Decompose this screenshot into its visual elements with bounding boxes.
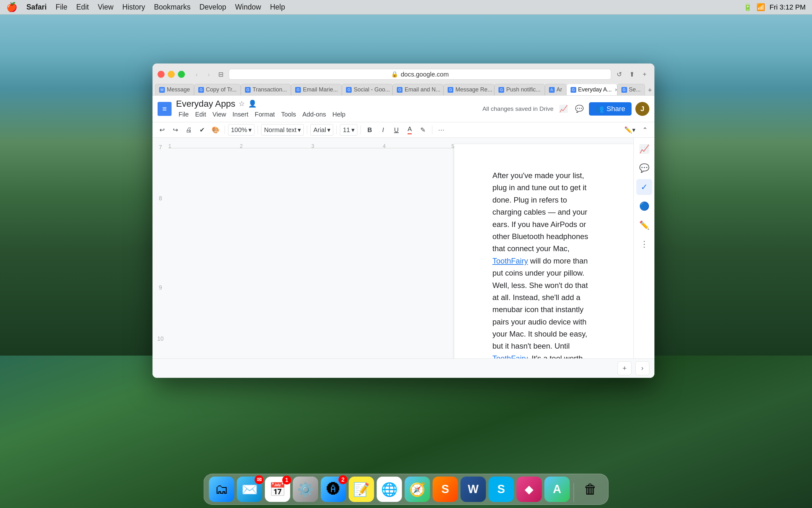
toolbar-redo-button[interactable]: ↪ — [170, 124, 181, 136]
toolbar-fontsize-dropdown[interactable]: 11 ▾ — [340, 124, 357, 136]
tab-favicon-email-marie: G — [295, 87, 301, 93]
toolbar-print-button[interactable]: 🖨 — [183, 124, 194, 136]
user-avatar[interactable]: J — [635, 102, 649, 116]
dock-stickies[interactable]: 📝 — [349, 476, 374, 502]
browser-share-button[interactable]: ⬆ — [627, 70, 637, 79]
menubar-help[interactable]: Help — [270, 3, 285, 11]
toolbar-underline-button[interactable]: U — [391, 124, 402, 136]
menubar-develop[interactable]: Develop — [200, 3, 226, 11]
docs-menu-help[interactable]: Help — [330, 110, 348, 119]
browser-reload-button[interactable]: ↺ — [614, 70, 624, 79]
browser-tab-everyday[interactable]: G Everyday A... ✕ — [566, 84, 617, 95]
toolbar-text-color-button[interactable]: A — [404, 124, 415, 136]
ruler-mark-1: 1 — [168, 143, 171, 149]
menubar-window[interactable]: Window — [235, 3, 261, 11]
sidebar-check-button[interactable]: ✓ — [636, 179, 652, 195]
dock-calendar[interactable]: 📅 — [265, 476, 290, 502]
toolbar-bold-button[interactable]: B — [364, 124, 375, 136]
toolbar-edit-mode-button[interactable]: ✏️▾ — [622, 124, 637, 136]
dock-trash[interactable]: 🗑 — [578, 476, 603, 502]
docs-document-title[interactable]: Everyday Apps — [176, 99, 235, 109]
docs-menu-insert[interactable]: Insert — [230, 110, 251, 119]
app-store-icon: 🅐 — [327, 482, 340, 497]
browser-tab-email-n[interactable]: G Email and N... — [393, 84, 444, 95]
archiver-icon: A — [553, 482, 561, 496]
dock-finder[interactable]: 🗂 — [209, 476, 235, 502]
docs-activity-button[interactable]: 📈 — [557, 103, 569, 115]
toolbar-font-dropdown[interactable]: Arial ▾ — [310, 124, 333, 136]
tab-close-everyday[interactable]: ✕ — [614, 87, 617, 92]
toolbar-style-dropdown[interactable]: Normal text ▾ — [261, 124, 304, 136]
menubar-app-name[interactable]: Safari — [26, 3, 47, 11]
menubar-bookmarks[interactable]: Bookmarks — [154, 3, 191, 11]
menubar-file[interactable]: File — [55, 3, 67, 11]
toolbar-spellcheck-button[interactable]: ✔ — [196, 124, 208, 136]
nav-back-button[interactable]: ‹ — [192, 70, 201, 79]
apple-menu[interactable]: 🍎 — [6, 2, 17, 12]
docs-main-area: 7 8 9 10 1 2 3 4 5 — [153, 138, 654, 358]
dock-sublime-text[interactable]: S — [433, 476, 458, 502]
dock-skype[interactable]: S — [489, 476, 514, 502]
sidebar-links-button[interactable]: 🔵 — [636, 198, 652, 214]
desktop: 🍎 Safari File Edit View History Bookmark… — [0, 0, 812, 508]
docs-add-comment-button[interactable]: + — [618, 361, 632, 375]
font-chevron-icon: ▾ — [327, 126, 330, 134]
docs-share-button[interactable]: 👥 Share — [589, 102, 632, 116]
docs-menu-file[interactable]: File — [176, 110, 191, 119]
browser-tab-copy[interactable]: G Copy of Tr... — [194, 84, 241, 95]
dock-safari[interactable]: 🧭 — [405, 476, 430, 502]
menubar-history[interactable]: History — [122, 3, 145, 11]
dock-word[interactable]: W — [461, 476, 486, 502]
browser-tab-transaction[interactable]: G Transaction... — [241, 84, 291, 95]
menubar-edit[interactable]: Edit — [76, 3, 89, 11]
sidebar-explore-button[interactable]: 📈 — [636, 141, 652, 157]
toolbar-undo-button[interactable]: ↩ — [156, 124, 168, 136]
dock-chrome[interactable]: 🌐 — [377, 476, 402, 502]
sidebar-chat-button[interactable]: 💬 — [636, 160, 652, 176]
docs-expand-button[interactable]: › — [635, 361, 649, 375]
browser-tab-push[interactable]: G Push notific... — [494, 84, 544, 95]
toolbar-italic-button[interactable]: I — [377, 124, 389, 136]
dock-app-store[interactable]: 🅐 — [321, 476, 346, 502]
browser-tab-message-re[interactable]: G Message Re... — [444, 84, 494, 95]
toolbar-paint-format-button[interactable]: 🎨 — [210, 124, 221, 136]
window-maximize-button[interactable] — [178, 71, 185, 78]
browser-new-tab-button[interactable]: + — [640, 70, 649, 79]
docs-document-page[interactable]: After you've made your list, plug in and… — [454, 144, 634, 358]
browser-tab-social[interactable]: G Social - Goo... — [342, 84, 393, 95]
browser-tab-email-marie[interactable]: G Email Marie... — [291, 84, 342, 95]
new-tab-button[interactable]: + — [645, 85, 654, 95]
docs-comment-button[interactable]: 💬 — [573, 103, 585, 115]
browser-tab-message[interactable]: M Message — [155, 84, 194, 95]
dock-system-preferences[interactable]: ⚙️ — [293, 476, 318, 502]
docs-menu-edit[interactable]: Edit — [193, 110, 208, 119]
menubar-view[interactable]: View — [98, 3, 113, 11]
address-bar[interactable]: 🔒 docs.google.com — [229, 69, 611, 80]
docs-menu-view[interactable]: View — [210, 110, 229, 119]
dock-mail[interactable]: ✉️ — [237, 476, 262, 502]
window-minimize-button[interactable] — [168, 71, 175, 78]
browser-tab-se[interactable]: G Se... — [617, 84, 645, 95]
dock-setapp[interactable]: ◆ — [517, 476, 542, 502]
docs-link-toothfairy-2[interactable]: ToothFairy — [492, 354, 527, 358]
docs-move-to-folder-icon[interactable]: 👤 — [248, 100, 257, 108]
window-close-button[interactable] — [158, 71, 165, 78]
sidebar-more-button[interactable]: ⋮ — [636, 236, 652, 252]
toolbar-highlight-button[interactable]: ✎ — [417, 124, 429, 136]
zoom-value: 100% — [231, 126, 247, 134]
docs-menu-format[interactable]: Format — [252, 110, 277, 119]
docs-menu-tools[interactable]: Tools — [279, 110, 299, 119]
nav-sidebar-button[interactable]: ⊟ — [216, 70, 226, 79]
toolbar-zoom-dropdown[interactable]: 100% ▾ — [228, 124, 254, 136]
dock-archiver[interactable]: A — [544, 476, 570, 502]
sidebar-pencil-button[interactable]: ✏️ — [636, 217, 652, 233]
docs-star-button[interactable]: ☆ — [239, 100, 245, 108]
dock-separator — [574, 483, 574, 502]
nav-forward-button[interactable]: › — [204, 70, 213, 79]
docs-link-toothfairy-1[interactable]: ToothFairy — [492, 257, 528, 265]
docs-menu-addons[interactable]: Add-ons — [300, 110, 329, 119]
browser-tab-ar[interactable]: A Ar — [545, 84, 566, 95]
ruler-mark-5: 5 — [451, 143, 454, 149]
toolbar-more-button[interactable]: ⋯ — [436, 124, 447, 136]
toolbar-collapse-button[interactable]: ⌃ — [639, 124, 651, 136]
